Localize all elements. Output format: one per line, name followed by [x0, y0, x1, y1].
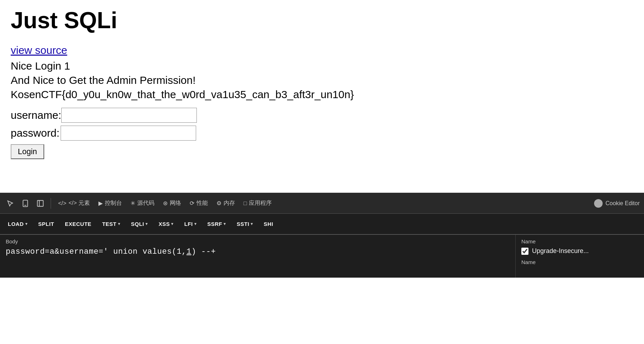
login-message-2: And Nice to Get the Admin Permission!: [11, 74, 633, 86]
devtools-divider-1: [51, 198, 51, 209]
source-tab[interactable]: ✳ 源代码: [128, 198, 157, 208]
cookie-editor-icon: [594, 199, 603, 208]
sqli-btn[interactable]: SQLI ▾: [126, 219, 153, 229]
username-row: username:: [11, 108, 633, 123]
header-row-1: Upgrade-Insecure...: [521, 247, 638, 255]
main-content: Just SQLi view source Nice Login 1 And N…: [0, 0, 644, 193]
request-panel: Body password=a&username=' union values(…: [0, 235, 644, 278]
ssrf-label: SSRF: [207, 221, 222, 227]
xss-arrow: ▾: [171, 222, 174, 226]
password-input[interactable]: [61, 126, 196, 141]
console-label: 控制台: [105, 199, 122, 207]
performance-icon: ⟳: [190, 200, 194, 207]
source-label: 源代码: [137, 199, 154, 207]
split-btn[interactable]: SPLIT: [33, 219, 59, 229]
application-label: 应用程序: [249, 199, 272, 207]
view-source-link[interactable]: view source: [11, 44, 633, 56]
application-icon: □: [244, 200, 247, 207]
cookie-editor-label: Cookie Editor: [605, 200, 640, 207]
shi-btn[interactable]: SHI: [259, 219, 278, 229]
password-row: password:: [11, 126, 633, 141]
body-section: Body password=a&username=' union values(…: [0, 235, 516, 278]
hackbar: LOAD ▾ SPLIT EXECUTE TEST ▾ SQLI ▾ XSS ▾…: [0, 213, 644, 235]
ssrf-arrow: ▾: [224, 222, 226, 226]
elements-tab[interactable]: </> </> 元素: [55, 198, 93, 208]
page-title: Just SQLi: [11, 7, 633, 34]
performance-tab[interactable]: ⟳ 性能: [187, 198, 211, 208]
ssti-btn[interactable]: SSTI ▾: [232, 219, 258, 229]
ssti-arrow: ▾: [251, 222, 253, 226]
network-icon: ⊛: [163, 200, 168, 207]
load-arrow: ▾: [25, 222, 28, 226]
name-label: Name: [521, 238, 638, 244]
lfi-btn[interactable]: LFI ▾: [179, 219, 202, 229]
ssti-label: SSTI: [237, 221, 249, 227]
execute-btn[interactable]: EXECUTE: [60, 219, 96, 229]
load-btn[interactable]: LOAD ▾: [3, 219, 32, 229]
test-btn[interactable]: TEST ▾: [97, 219, 125, 229]
username-input[interactable]: [61, 108, 197, 123]
lfi-arrow: ▾: [194, 222, 197, 226]
shi-label: SHI: [264, 221, 274, 227]
body-content: password=a&username=' union values(1,1) …: [6, 247, 510, 256]
console-tab[interactable]: ▶ 控制台: [96, 198, 125, 208]
performance-label: 性能: [196, 199, 208, 207]
flag-text: KosenCTF{d0_y0u_kn0w_that_the_w0rd_va1u3…: [11, 88, 633, 101]
split-label: SPLIT: [38, 221, 54, 227]
upgrade-insecure-label: Upgrade-Insecure...: [532, 247, 589, 255]
body-text-prefix: password=a&username=' union values(1,: [6, 247, 186, 256]
test-arrow: ▾: [118, 222, 121, 226]
body-text-suffix: ) --+: [191, 247, 216, 256]
upgrade-insecure-checkbox[interactable]: [521, 248, 528, 255]
elements-tab-icon: </>: [58, 200, 66, 207]
ssrf-btn[interactable]: SSRF ▾: [202, 219, 231, 229]
headers-section: Name Upgrade-Insecure... Name: [516, 235, 644, 278]
xss-label: XSS: [159, 221, 170, 227]
xss-btn[interactable]: XSS ▾: [154, 219, 179, 229]
memory-icon: ⚙: [216, 200, 221, 207]
svg-rect-2: [37, 200, 44, 206]
body-text-underlined: 1: [186, 247, 191, 256]
name-label-2: Name: [521, 259, 638, 265]
cookie-editor-btn[interactable]: Cookie Editor: [594, 199, 640, 208]
devtools-bar: </> </> 元素 ▶ 控制台 ✳ 源代码 ⊛ 网络 ⟳ 性能 ⚙ 内存 □ …: [0, 193, 644, 213]
network-label: 网络: [170, 199, 181, 207]
login-message-1: Nice Login 1: [11, 60, 633, 72]
test-label: TEST: [102, 221, 116, 227]
sqli-arrow: ▾: [145, 222, 148, 226]
lfi-label: LFI: [184, 221, 193, 227]
username-label: username:: [11, 109, 61, 121]
login-button-row: Login: [11, 144, 633, 159]
sqli-label: SQLI: [131, 221, 144, 227]
sidebar-toggle-btn[interactable]: [34, 198, 46, 209]
application-tab[interactable]: □ 应用程序: [241, 198, 275, 208]
elements-tab-label: </> 元素: [68, 199, 90, 207]
memory-label: 内存: [224, 199, 235, 207]
login-button[interactable]: Login: [11, 144, 44, 159]
load-label: LOAD: [8, 221, 24, 227]
svg-rect-0: [23, 200, 28, 206]
execute-label: EXECUTE: [65, 221, 91, 227]
memory-tab[interactable]: ⚙ 内存: [214, 198, 238, 208]
inspect-icon-btn[interactable]: [4, 198, 16, 209]
device-toggle-btn[interactable]: [19, 198, 31, 209]
password-label: password:: [11, 127, 61, 139]
network-tab[interactable]: ⊛ 网络: [160, 198, 184, 208]
source-icon: ✳: [131, 200, 135, 207]
body-label: Body: [6, 238, 510, 244]
console-icon: ▶: [98, 200, 103, 207]
